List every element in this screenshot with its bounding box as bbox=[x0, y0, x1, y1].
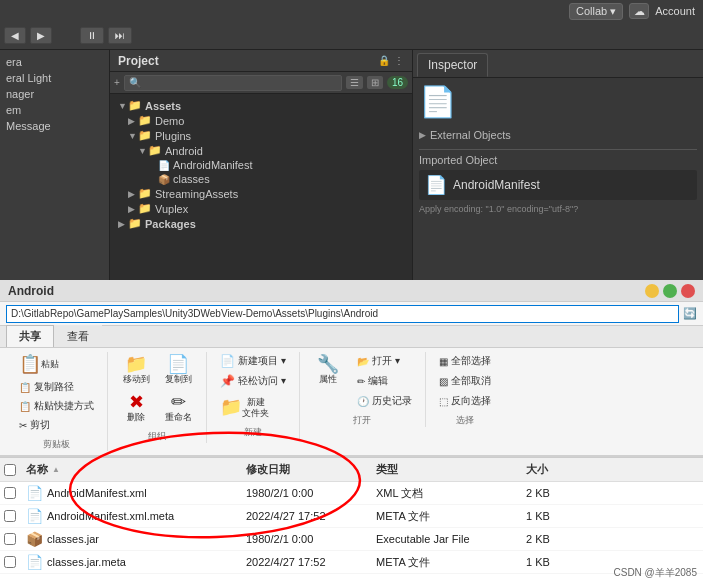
new-item-button[interactable]: 📄 新建项目 ▾ bbox=[215, 352, 291, 370]
tree-item-demo[interactable]: ▶ 📁 Demo bbox=[110, 113, 412, 128]
left-sidebar: era eral Light nager em Message bbox=[0, 50, 110, 280]
file-type-2: Executable Jar File bbox=[370, 531, 520, 547]
select-all-checkbox[interactable] bbox=[4, 464, 16, 476]
tree-item-assets[interactable]: ▼ 📁 Assets bbox=[110, 98, 412, 113]
unity-toolbar: ◀ ▶ ⏸ ⏭ bbox=[0, 22, 703, 50]
tree-item-classes[interactable]: ▶ 📦 classes bbox=[110, 172, 412, 186]
file-size-2: 2 KB bbox=[520, 531, 600, 547]
checkbox-header bbox=[0, 460, 20, 479]
file-select-3[interactable] bbox=[4, 556, 16, 568]
toolbar-next-btn[interactable]: ▶ bbox=[30, 27, 52, 44]
paste-buttons-row: 📋 粘贴 📋 复制路径 📋 粘贴快捷方式 ✂ bbox=[14, 352, 99, 434]
tree-arrow-demo[interactable]: ▶ bbox=[128, 116, 138, 126]
file-select-1[interactable] bbox=[4, 510, 16, 522]
edit-button[interactable]: ✏ 编辑 bbox=[352, 372, 417, 390]
col-header-date[interactable]: 修改日期 bbox=[240, 460, 370, 479]
cloud-icon[interactable]: ☁ bbox=[629, 3, 649, 19]
select-all-button[interactable]: ▦ 全部选择 bbox=[434, 352, 496, 370]
panel-lock-icon[interactable]: 🔒 bbox=[378, 55, 390, 66]
deselect-all-button[interactable]: ▨ 全部取消 bbox=[434, 372, 496, 390]
tree-arrow-packages[interactable]: ▶ bbox=[118, 219, 128, 229]
file-icon-androidmanifest: 📄 bbox=[158, 160, 170, 171]
col-header-type[interactable]: 类型 bbox=[370, 460, 520, 479]
tree-item-packages[interactable]: ▶ 📁 Packages bbox=[110, 216, 412, 231]
file-row-0[interactable]: 📄 AndroidManifest.xml 1980/2/1 0:00 XML … bbox=[0, 482, 703, 505]
open-button[interactable]: 📂 打开 ▾ bbox=[352, 352, 417, 370]
copy-path-button[interactable]: 📋 复制路径 bbox=[14, 378, 99, 396]
close-btn[interactable] bbox=[681, 284, 695, 298]
sidebar-item-era[interactable]: era bbox=[6, 54, 103, 70]
imported-object-row: 📄 AndroidManifest bbox=[419, 170, 697, 200]
tree-arrow-plugins[interactable]: ▼ bbox=[128, 131, 138, 141]
file-date-0: 1980/2/1 0:00 bbox=[240, 485, 370, 501]
tree-arrow-streaming[interactable]: ▶ bbox=[128, 189, 138, 199]
file-name-1: 📄 AndroidManifest.xml.meta bbox=[20, 506, 240, 526]
top-bar: Collab ▾ ☁ Account bbox=[0, 0, 703, 22]
search-icon: + bbox=[114, 77, 120, 88]
file-row-2[interactable]: 📦 classes.jar 1980/2/1 0:00 Executable J… bbox=[0, 528, 703, 551]
maximize-btn[interactable] bbox=[663, 284, 677, 298]
sidebar-item-manager[interactable]: nager bbox=[6, 86, 103, 102]
tree-item-vuplex[interactable]: ▶ 📁 Vuplex bbox=[110, 201, 412, 216]
easy-access-icon: 📌 bbox=[220, 374, 235, 388]
project-filter-icon[interactable]: ☰ bbox=[346, 76, 363, 89]
project-counter: 16 bbox=[387, 76, 408, 89]
explorer-title: Android bbox=[8, 284, 54, 298]
file-row-3[interactable]: 📄 classes.jar.meta 2022/4/27 17:52 META … bbox=[0, 551, 703, 574]
new-folder-button[interactable]: 📁 新建文件夹 bbox=[215, 394, 274, 422]
ribbon-tab-view[interactable]: 查看 bbox=[54, 325, 102, 347]
tree-arrow-vuplex[interactable]: ▶ bbox=[128, 204, 138, 214]
copy-path-icon: 📋 bbox=[19, 382, 31, 393]
panel-menu-icon[interactable]: ⋮ bbox=[394, 55, 404, 66]
refresh-icon[interactable]: 🔄 bbox=[683, 307, 697, 320]
toolbar-pause-btn[interactable]: ⏸ bbox=[80, 27, 104, 44]
sidebar-item-directional-light[interactable]: eral Light bbox=[6, 70, 103, 86]
paste-shortcut-button[interactable]: 📋 粘贴快捷方式 bbox=[14, 397, 99, 415]
file-select-2[interactable] bbox=[4, 533, 16, 545]
file-type-0: XML 文档 bbox=[370, 484, 520, 503]
file-select-0[interactable] bbox=[4, 487, 16, 499]
tree-item-plugins[interactable]: ▼ 📁 Plugins bbox=[110, 128, 412, 143]
properties-button[interactable]: 🔧 属性 bbox=[308, 352, 348, 410]
tree-item-android[interactable]: ▼ 📁 Android bbox=[110, 143, 412, 158]
col-header-size[interactable]: 大小 bbox=[520, 460, 600, 479]
rename-button[interactable]: ✏ 重命名 bbox=[158, 390, 198, 426]
project-panel-header: Project 🔒 ⋮ bbox=[110, 50, 412, 72]
external-objects-header[interactable]: ▶ External Objects bbox=[419, 127, 697, 143]
file-name-0: 📄 AndroidManifest.xml bbox=[20, 483, 240, 503]
ribbon-tab-share[interactable]: 共享 bbox=[6, 325, 54, 347]
collab-button[interactable]: Collab ▾ bbox=[569, 3, 623, 20]
tree-item-streamingassets[interactable]: ▶ 📁 StreamingAssets bbox=[110, 186, 412, 201]
project-search-input[interactable] bbox=[124, 75, 342, 91]
history-button[interactable]: 🕐 历史记录 bbox=[352, 392, 417, 410]
tree-arrow-assets[interactable]: ▼ bbox=[118, 101, 128, 111]
tree-item-androidmanifest[interactable]: ▶ 📄 AndroidManifest bbox=[110, 158, 412, 172]
ribbon-content: 📋 粘贴 📋 复制路径 📋 粘贴快捷方式 ✂ bbox=[0, 348, 703, 455]
inspector-tab[interactable]: Inspector bbox=[417, 53, 488, 77]
file-type-1: META 文件 bbox=[370, 507, 520, 526]
inspector-body: 📄 ▶ External Objects Imported Object 📄 A… bbox=[413, 78, 703, 280]
invert-selection-button[interactable]: ⬚ 反向选择 bbox=[434, 392, 496, 410]
minimize-btn[interactable] bbox=[645, 284, 659, 298]
tree-arrow-android[interactable]: ▼ bbox=[138, 146, 148, 156]
file-row-1[interactable]: 📄 AndroidManifest.xml.meta 2022/4/27 17:… bbox=[0, 505, 703, 528]
project-panel-title: Project bbox=[118, 54, 159, 68]
paste-button[interactable]: 📋 粘贴 bbox=[14, 352, 99, 377]
col-header-name[interactable]: 名称 ▲ bbox=[20, 460, 240, 479]
easy-access-button[interactable]: 📌 轻松访问 ▾ bbox=[215, 372, 291, 390]
project-view-icon[interactable]: ⊞ bbox=[367, 76, 383, 89]
move-to-button[interactable]: 📁 移动到 bbox=[116, 352, 156, 388]
cut-button[interactable]: ✂ 剪切 bbox=[14, 416, 99, 434]
delete-button[interactable]: ✖ 删除 bbox=[116, 390, 156, 426]
sidebar-item-message[interactable]: Message bbox=[6, 118, 103, 134]
organize-group-label: 组织 bbox=[148, 430, 166, 443]
file-date-1: 2022/4/27 17:52 bbox=[240, 508, 370, 524]
sidebar-item-em[interactable]: em bbox=[6, 102, 103, 118]
address-path-input[interactable]: D:\GitlabRepo\GamePlaySamples\Unity3DWeb… bbox=[6, 305, 679, 323]
toolbar-step-btn[interactable]: ⏭ bbox=[108, 27, 132, 44]
toolbar-prev-btn[interactable]: ◀ bbox=[4, 27, 26, 44]
copy-to-button[interactable]: 📄 复制到 bbox=[158, 352, 198, 388]
select-group-label: 选择 bbox=[456, 414, 474, 427]
paste-group-label: 剪贴板 bbox=[43, 438, 70, 451]
account-button[interactable]: Account bbox=[655, 5, 695, 17]
